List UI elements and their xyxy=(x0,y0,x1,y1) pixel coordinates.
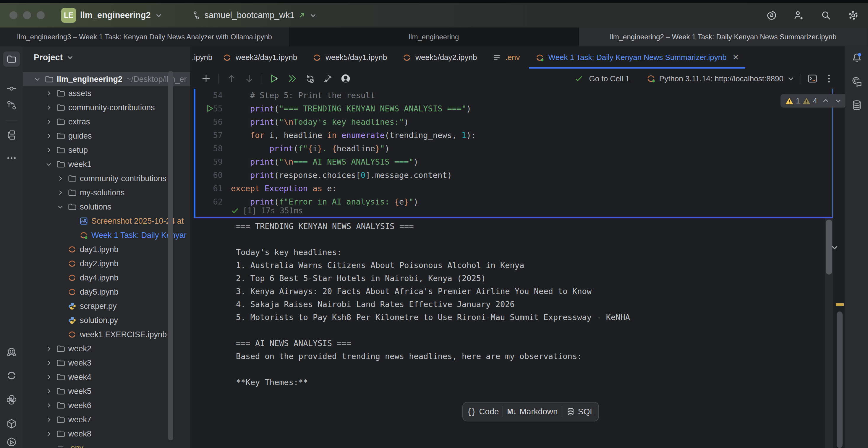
code-line-59[interactable]: 59 print("\n=== AI NEWS ANALYSIS ===") xyxy=(195,155,832,168)
window-tab-2[interactable]: llm_engineering2 – Week 1 Task: Daily Ke… xyxy=(579,28,868,46)
chevron-down-icon[interactable] xyxy=(54,202,66,212)
window-tab-0[interactable]: llm_engineering3 – Week 1 Task: Kenyan D… xyxy=(0,28,289,46)
chevron-right-icon[interactable] xyxy=(43,146,55,155)
window-controls[interactable] xyxy=(9,11,44,19)
tree-item-week1[interactable]: week1 xyxy=(23,157,190,171)
code-cell-button[interactable]: {} Code xyxy=(467,407,499,416)
run-line-icon[interactable] xyxy=(206,104,214,113)
structure-tool-icon[interactable] xyxy=(6,129,17,141)
editor-tab-1[interactable]: week3/day1.ipynb xyxy=(215,46,305,69)
chevron-right-icon[interactable] xyxy=(43,103,55,112)
sql-cell-button[interactable]: SQL xyxy=(566,407,594,416)
chevron-right-icon[interactable] xyxy=(43,358,55,367)
run-all-cells-icon[interactable] xyxy=(287,73,298,84)
branch-widget[interactable]: samuel_bootcamp_wk1 xyxy=(192,10,317,20)
editor-tab-2[interactable]: week5/day1.ipynb xyxy=(305,46,395,69)
move-cell-down-icon[interactable] xyxy=(244,73,254,84)
notifications-bell-icon[interactable] xyxy=(851,52,863,64)
tree-item-screenshot-2025-10-24-at[interactable]: Screenshot 2025-10-24 at xyxy=(23,214,190,228)
tree-item-week2[interactable]: week2 xyxy=(23,342,190,356)
pull-requests-tool-icon[interactable] xyxy=(6,100,17,111)
search-icon[interactable] xyxy=(820,9,832,21)
tree-item-community-contributions[interactable]: community-contributions xyxy=(23,171,190,186)
tree-item-day2-ipynb[interactable]: day2.ipynb xyxy=(23,257,190,271)
next-problem-chevron-icon[interactable] xyxy=(834,97,842,105)
move-cell-up-icon[interactable] xyxy=(226,73,237,84)
tree-item-my-solutions[interactable]: my-solutions xyxy=(23,186,190,200)
code-line-60[interactable]: 60 print(response.choices[0].message.con… xyxy=(195,168,832,182)
more-tools-icon[interactable] xyxy=(6,153,17,164)
go-to-cell-button[interactable]: Go to Cell 1 xyxy=(589,74,630,83)
project-tool-icon[interactable] xyxy=(3,52,20,67)
tree-item-week3[interactable]: week3 xyxy=(23,356,190,370)
chevron-right-icon[interactable] xyxy=(43,131,55,141)
chevron-right-icon[interactable] xyxy=(43,387,55,396)
tree-item-week-1-task-daily-kenyar[interactable]: Week 1 Task: Daily Kenyar xyxy=(23,228,190,242)
chevron-right-icon[interactable] xyxy=(43,117,55,126)
chevron-right-icon[interactable] xyxy=(43,344,55,353)
tree-item-community-contributions[interactable]: community-contributions xyxy=(23,100,190,115)
editor-scrollbar-thumb[interactable] xyxy=(837,312,843,448)
code-line-57[interactable]: 57 for i, headline in enumerate(trending… xyxy=(195,129,832,142)
kernel-selector[interactable]: Python 3.11.14: http://localhost:8890 xyxy=(646,74,795,83)
editor-tab-5[interactable]: Week 1 Task: Daily Kenyan News Summarize… xyxy=(528,46,747,69)
tree-item-week4[interactable]: week4 xyxy=(23,370,190,384)
zoom-window-button[interactable] xyxy=(37,11,44,19)
previous-problem-chevron-icon[interactable] xyxy=(822,97,830,105)
minimize-window-button[interactable] xyxy=(23,11,31,19)
clear-outputs-icon[interactable] xyxy=(322,73,333,84)
more-options-kebab-icon[interactable] xyxy=(824,73,834,84)
tree-item-week1-exercise-ipynb[interactable]: week1 EXERCISE.ipynb xyxy=(23,327,190,342)
close-tab-icon[interactable]: ✕ xyxy=(733,53,739,62)
tree-item-solutions[interactable]: solutions xyxy=(23,200,190,214)
jupyter-console-icon[interactable] xyxy=(807,73,818,84)
tree-item-day1-ipynb[interactable]: day1.ipynb xyxy=(23,242,190,257)
markdown-cell-button[interactable]: M↓ Markdown xyxy=(507,407,558,416)
github-icon[interactable] xyxy=(340,73,351,84)
code-line-58[interactable]: 58 print(f"{i}. {headline}") xyxy=(195,142,832,155)
chevron-right-icon[interactable] xyxy=(43,372,55,382)
editor-tab-0[interactable]: .ipynb xyxy=(191,46,215,69)
error-stripe-warning-mark[interactable] xyxy=(836,303,844,306)
window-tab-1[interactable]: llm_engineering xyxy=(289,28,579,46)
tree-item-solution-py[interactable]: solution.py xyxy=(23,313,190,327)
tree-item--env[interactable]: .env xyxy=(23,441,190,448)
chevron-right-icon[interactable] xyxy=(43,415,55,424)
tree-item-week5[interactable]: week5 xyxy=(23,384,190,398)
restart-kernel-icon[interactable] xyxy=(305,73,315,84)
tree-item-setup[interactable]: setup xyxy=(23,143,190,157)
tree-item-scraper-py[interactable]: scraper.py xyxy=(23,299,190,313)
tree-item-week7[interactable]: week7 xyxy=(23,413,190,427)
editor-tab-4[interactable]: .env xyxy=(485,46,527,69)
project-tree-scrollbar[interactable] xyxy=(168,71,173,440)
python-console-tool-icon[interactable] xyxy=(6,394,17,406)
tree-item-day4-ipynb[interactable]: day4.ipynb xyxy=(23,271,190,285)
tree-item-llm-engineering2[interactable]: llm_engineering2~/Desktop/llm_er xyxy=(23,72,190,86)
tree-item-extras[interactable]: extras xyxy=(23,115,190,129)
ai-assistant-chat-icon[interactable] xyxy=(851,76,863,88)
run-cell-icon[interactable] xyxy=(269,73,280,84)
code-editor[interactable]: 54 # Step 5: Print the result55 print("=… xyxy=(195,89,832,209)
add-user-icon[interactable] xyxy=(793,9,805,21)
code-line-55[interactable]: 55 print("=== TRENDING KENYAN NEWS ANALY… xyxy=(195,102,832,115)
project-widget[interactable]: LE llm_engineering2 xyxy=(61,8,163,23)
chevron-right-icon[interactable] xyxy=(54,174,66,183)
services-tool-icon[interactable] xyxy=(6,437,17,448)
chevron-down-icon[interactable] xyxy=(43,160,55,169)
selected-code-cell[interactable]: 54 # Step 5: Print the result55 print("=… xyxy=(194,89,833,218)
tree-item-week6[interactable]: week6 xyxy=(23,398,190,413)
chevron-right-icon[interactable] xyxy=(54,188,66,197)
project-panel-header[interactable]: Project xyxy=(34,51,74,64)
code-line-56[interactable]: 56 print("\nToday's key headlines:") xyxy=(195,115,832,129)
code-line-61[interactable]: 61except Exception as e: xyxy=(195,182,832,195)
add-cell-icon[interactable] xyxy=(201,73,211,84)
close-window-button[interactable] xyxy=(9,11,18,19)
editor-tab-3[interactable]: week5/day2.ipynb xyxy=(395,46,485,69)
jupyter-tool-icon[interactable] xyxy=(6,370,17,381)
tree-item-week8[interactable]: week8 xyxy=(23,427,190,441)
chevron-down-icon[interactable] xyxy=(31,74,43,84)
inspections-widget[interactable]: 1 4 xyxy=(780,94,847,107)
settings-gear-icon[interactable] xyxy=(847,9,859,21)
tree-item-assets[interactable]: assets xyxy=(23,86,190,100)
output-scrollbar-thumb[interactable] xyxy=(826,220,832,275)
